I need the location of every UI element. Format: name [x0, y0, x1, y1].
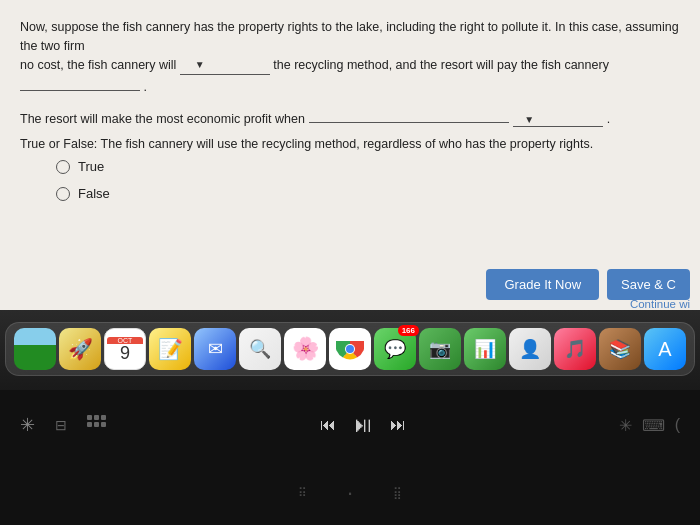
dock-icon-calendar[interactable]: OCT 9 [104, 328, 146, 370]
dock-icon-launchpad[interactable]: 🚀 [59, 328, 101, 370]
taskbar: ✳ ⊟ ⏮ ⏯ ⏭ ✳ ⌨ ( [0, 390, 700, 460]
brightness-icon[interactable]: ✳ [20, 414, 35, 436]
radio-true-circle[interactable] [56, 160, 70, 174]
question-text-profit: The resort will make the most economic p… [20, 112, 305, 126]
grid-icon[interactable] [87, 415, 107, 435]
media-back-button[interactable]: ⏮ [320, 416, 336, 434]
dock-icon-facetime[interactable]: 📷 [419, 328, 461, 370]
svg-rect-8 [94, 422, 99, 427]
chrome-logo-icon [336, 335, 364, 363]
question-text-part3: the recycling method, and the resort wil… [273, 58, 609, 72]
keyboard-area: ⠿ · ⣿ [0, 460, 700, 525]
truefalse-question-block: True or False: The fish cannery will use… [20, 137, 680, 151]
radio-true[interactable]: True [56, 159, 680, 174]
truefalse-question-text: True or False: The fish cannery will use… [20, 137, 593, 151]
keyboard-dot-3: ⣿ [393, 486, 402, 500]
dock-icon-reminders[interactable]: 🔍 [239, 328, 281, 370]
radio-false-circle[interactable] [56, 187, 70, 201]
radio-group: True False [56, 159, 680, 201]
dropdown-2-arrow: ▼ [524, 114, 534, 125]
messages-badge: 166 [398, 325, 419, 336]
dock-icon-numbers[interactable]: 📊 [464, 328, 506, 370]
taskbar-left: ✳ ⊟ [20, 414, 107, 436]
dock-icon-notes[interactable]: 📝 [149, 328, 191, 370]
svg-rect-7 [87, 422, 92, 427]
calendar-day: 9 [120, 344, 130, 362]
keyboard-reflection: ⠿ · ⣿ [298, 480, 402, 506]
dock-icon-contacts[interactable]: 👤 [509, 328, 551, 370]
keyboard-dot-1: ⠿ [298, 486, 307, 500]
svg-point-3 [346, 345, 354, 353]
dock-icon-appstore[interactable]: A [644, 328, 686, 370]
dock-bar: 🚀 OCT 9 📝 ✉ 🔍 🌸 [5, 322, 695, 376]
question-text-part2: no cost, the fish cannery will [20, 58, 176, 72]
dock-icon-messages[interactable]: 💬 166 [374, 328, 416, 370]
content-area: Now, suppose the fish cannery has the pr… [0, 0, 700, 310]
dock-icon-mail[interactable]: ✉ [194, 328, 236, 370]
continue-link[interactable]: Continue wi [630, 298, 690, 310]
action-bar: Grade It Now Save & C [486, 269, 690, 300]
grid-layout-icon [87, 415, 107, 431]
taskbar-right: ✳ ⌨ ( [619, 416, 680, 435]
paren-icon: ( [675, 416, 680, 434]
period: . [607, 112, 610, 126]
keyboard-dot-2: · [347, 480, 353, 506]
dropdown-2[interactable]: ▼ [513, 112, 603, 127]
text-input-2[interactable] [309, 107, 509, 123]
media-play-button[interactable]: ⏯ [352, 412, 374, 438]
question-paragraph-2: The resort will make the most economic p… [20, 107, 680, 127]
grade-it-now-button[interactable]: Grade It Now [486, 269, 599, 300]
media-forward-button[interactable]: ⏭ [390, 416, 406, 434]
window-icon[interactable]: ⊟ [55, 417, 67, 433]
dock-area: 🚀 OCT 9 📝 ✉ 🔍 🌸 [0, 310, 700, 390]
svg-rect-5 [94, 415, 99, 420]
radio-false[interactable]: False [56, 186, 680, 201]
question-paragraph-1: Now, suppose the fish cannery has the pr… [20, 18, 680, 97]
radio-true-label: True [78, 159, 104, 174]
dropdown-1[interactable]: ▼ [180, 56, 270, 76]
question-text-part1: Now, suppose the fish cannery has the pr… [20, 20, 679, 53]
dock-icon-finder[interactable] [14, 328, 56, 370]
dock-icon-photos[interactable]: 🌸 [284, 328, 326, 370]
taskbar-center: ⏮ ⏯ ⏭ [320, 412, 406, 438]
dropdown-1-arrow: ▼ [195, 57, 205, 72]
svg-rect-4 [87, 415, 92, 420]
dock-icon-chrome[interactable] [329, 328, 371, 370]
svg-rect-6 [101, 415, 106, 420]
keyboard-icon: ⌨ [642, 416, 665, 435]
dock-icon-books[interactable]: 📚 [599, 328, 641, 370]
star-icon: ✳ [619, 416, 632, 435]
svg-rect-9 [101, 422, 106, 427]
save-button[interactable]: Save & C [607, 269, 690, 300]
text-input-1[interactable] [20, 75, 140, 91]
radio-false-label: False [78, 186, 110, 201]
dock-icon-music[interactable]: 🎵 [554, 328, 596, 370]
